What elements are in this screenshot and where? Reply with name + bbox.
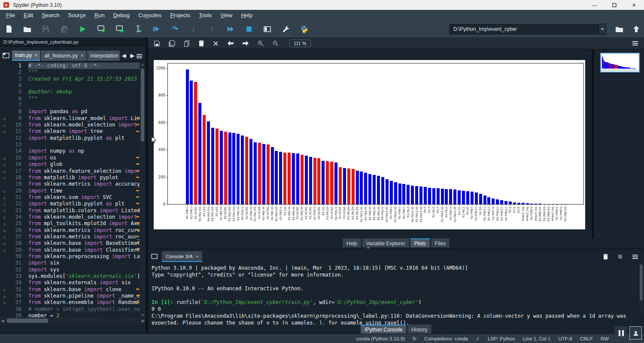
menu-source[interactable]: Source <box>64 12 90 18</box>
code-line[interactable]: ⚠10from sklearn.model_selection import t… <box>0 122 146 128</box>
stop-debug-icon[interactable] <box>245 25 252 33</box>
menu-projects[interactable]: Projects <box>166 12 194 18</box>
code-line[interactable]: 32import sys <box>0 267 146 273</box>
tab-help[interactable]: Help <box>343 238 361 247</box>
python-logo-icon[interactable] <box>301 25 308 33</box>
code-line[interactable]: 3Created on Fri Apr 21 15:27:53 2023 <box>0 76 146 82</box>
code-line[interactable]: ⚠24from sklearn.model_selection import G… <box>0 214 146 220</box>
menu-search[interactable]: Search <box>37 12 64 18</box>
step-into-icon[interactable]: ↓ <box>190 25 197 33</box>
remove-plot-icon[interactable] <box>199 40 204 46</box>
code-line[interactable]: ⚠37from sklearn.ensemble import RandomFo… <box>0 299 146 306</box>
code-line[interactable]: 39number = 2 <box>0 313 146 317</box>
run-file-icon[interactable] <box>79 25 86 33</box>
console-output[interactable]: Python 3.10.9 | packaged by Anaconda, In… <box>148 262 644 325</box>
code-line[interactable]: ⚠36from sklearn.pipeline import _name_es… <box>0 293 146 299</box>
maximize-button[interactable] <box>605 0 624 10</box>
tab-interpolation[interactable]: interpolation <box>87 51 120 61</box>
debug-file-icon[interactable] <box>153 25 160 33</box>
menu-consoles[interactable]: Consoles <box>134 12 166 18</box>
code-line[interactable]: 12import matplotlib.pyplot as plt <box>0 135 146 141</box>
run-cell-again-icon[interactable]: ↷ <box>171 25 179 33</box>
tab-console-3a[interactable]: Console 3/A× <box>162 251 202 262</box>
open-file-icon[interactable] <box>24 25 31 33</box>
prev-tab-icon[interactable]: ◀ <box>122 52 126 59</box>
code-line[interactable]: 33sys.modules['sklearn.externals.six'] =… <box>0 273 146 280</box>
console-options-icon[interactable] <box>632 255 638 259</box>
clear-console-icon[interactable] <box>603 254 608 259</box>
hscroll-thumb[interactable] <box>7 319 48 323</box>
pause-button[interactable] <box>615 326 627 340</box>
editor-hscrollbar[interactable]: ◀ ▶ <box>0 317 146 324</box>
code-line[interactable]: 4 <box>0 82 146 89</box>
tab-plots[interactable]: Plots <box>410 238 430 247</box>
maximize-pane-icon[interactable] <box>264 25 271 33</box>
tab-history[interactable]: History <box>407 325 431 334</box>
tab-train-py[interactable]: train.py× <box>12 51 40 61</box>
scroll-down-icon[interactable]: ▼ <box>140 313 146 317</box>
plot-thumbnail[interactable] <box>600 53 640 72</box>
code-line[interactable]: 13 <box>0 141 146 148</box>
code-line[interactable]: 7 <box>0 102 146 108</box>
zoom-in-icon[interactable] <box>258 40 264 46</box>
menu-view[interactable]: View <box>216 12 237 18</box>
save-all-icon[interactable] <box>61 25 68 33</box>
scroll-right-icon[interactable]: ▶ <box>140 319 146 323</box>
minimize-button[interactable]: — <box>585 0 605 10</box>
scroll-left-icon[interactable]: ◀ <box>0 319 5 323</box>
continue-execution-icon[interactable] <box>227 25 234 33</box>
run-cell-advance-icon[interactable] <box>116 25 123 33</box>
close-all-plots-icon[interactable] <box>213 41 219 46</box>
editor-options-icon[interactable] <box>137 54 142 58</box>
previous-plot-icon[interactable] <box>228 41 234 46</box>
code-line[interactable]: ⚠15import os <box>0 155 146 161</box>
menu-debug[interactable]: Debug <box>109 12 134 18</box>
menu-run[interactable]: Run <box>90 12 109 18</box>
vscroll-thumb[interactable] <box>141 69 144 141</box>
run-selection-icon[interactable] <box>134 25 142 33</box>
code-editor[interactable]: 1# -*- coding: utf-8 -*-2"""3Created on … <box>0 61 146 317</box>
parent-directory-icon[interactable] <box>632 25 640 33</box>
menu-file[interactable]: File <box>2 12 19 18</box>
code-line[interactable]: ⚠22import matplotlib.pyplot as plt <box>0 201 146 207</box>
code-line[interactable]: ⚠35from sklearn.base import clone <box>0 286 146 293</box>
close-tab-icon[interactable]: × <box>34 52 37 58</box>
code-line[interactable]: 8import pandas as pd <box>0 108 146 115</box>
code-line[interactable]: ⚠25from mpl_toolkits.mplot3d import Axes… <box>0 220 146 227</box>
browse-directory-icon[interactable] <box>616 25 623 33</box>
code-line[interactable]: 34from sklearn.externals import six <box>0 280 146 286</box>
status-env[interactable]: conda (Python 3.10.9) <box>356 336 405 341</box>
code-line[interactable]: ⚠26from sklearn.metrics import roc_curve <box>0 227 146 234</box>
code-line[interactable]: 38# number = int(get_ipython().user_ns <box>0 306 146 313</box>
save-plot-icon[interactable] <box>154 41 160 46</box>
menu-edit[interactable]: Edit <box>19 12 37 18</box>
code-line[interactable]: ⚠20import time <box>0 188 146 194</box>
zoom-out-icon[interactable] <box>273 40 279 46</box>
code-line[interactable]: 2""" <box>0 69 146 75</box>
close-tab-icon[interactable]: × <box>80 53 83 59</box>
code-line[interactable]: ⚠23from matplotlib.colors import ListedC… <box>0 208 146 214</box>
code-line[interactable]: 30from sklearn.preprocessing import Labe… <box>0 253 146 260</box>
run-cell-icon[interactable] <box>97 25 105 33</box>
next-tab-icon[interactable]: ▶ <box>130 52 134 59</box>
status-lsp[interactable]: LSP: Python <box>488 336 515 341</box>
save-icon[interactable] <box>42 25 49 33</box>
code-line[interactable]: ⚠27from sklearn.metrics import roc_auc_s… <box>0 234 146 240</box>
code-line[interactable]: ⚠16import glob <box>0 161 146 168</box>
code-line[interactable]: ⚠28from sklearn.base import BaseEstimato… <box>0 240 146 247</box>
tab-ipython-console[interactable]: IPython Console <box>361 325 406 334</box>
next-plot-icon[interactable] <box>243 41 249 46</box>
code-line[interactable]: 31import six <box>0 260 146 266</box>
code-line[interactable]: ⚠29from sklearn.base import ClassifierMi… <box>0 247 146 253</box>
save-all-plots-icon[interactable] <box>169 40 175 47</box>
code-line[interactable]: 5@author: okokp <box>0 89 146 95</box>
menu-tools[interactable]: Tools <box>194 12 216 18</box>
browse-tabs-icon[interactable] <box>0 50 12 61</box>
code-line[interactable]: ⚠11from sklearn import tree <box>0 128 146 135</box>
preferences-wrench-icon[interactable] <box>282 25 289 33</box>
code-line[interactable]: ⚠17from sklearn.feature_selection import… <box>0 168 146 175</box>
copy-plot-icon[interactable] <box>184 40 190 47</box>
code-line[interactable]: 1# -*- coding: utf-8 -*- <box>0 63 146 69</box>
editor-vscrollbar[interactable]: ▲ ▼ <box>140 63 146 317</box>
code-line[interactable]: ⚠21from sklearn.svm import SVC <box>0 194 146 201</box>
